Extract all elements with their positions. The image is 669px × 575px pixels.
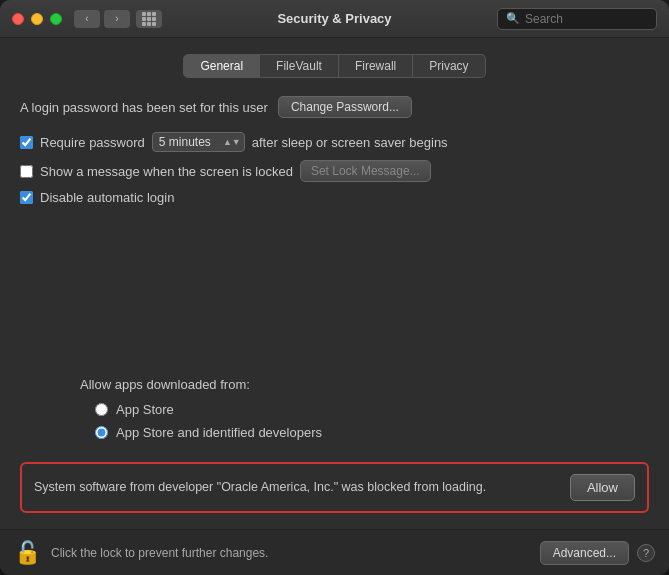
change-password-button[interactable]: Change Password... (278, 96, 412, 118)
require-password-checkbox[interactable] (20, 136, 33, 149)
main-content: General FileVault Firewall Privacy A log… (0, 38, 669, 529)
login-password-text: A login password has been set for this u… (20, 100, 268, 115)
tab-privacy[interactable]: Privacy (413, 54, 485, 78)
close-button[interactable] (12, 13, 24, 25)
show-message-label: Show a message when the screen is locked (40, 164, 293, 179)
alert-box: System software from developer "Oracle A… (20, 462, 649, 513)
help-button[interactable]: ? (637, 544, 655, 562)
search-input[interactable] (525, 12, 648, 26)
radio-app-store-and-identified-label: App Store and identified developers (116, 425, 322, 440)
allow-apps-label: Allow apps downloaded from: (80, 377, 649, 392)
tab-filevault[interactable]: FileVault (260, 54, 339, 78)
bottom-bar: 🔓 Click the lock to prevent further chan… (0, 529, 669, 575)
lock-label: Click the lock to prevent further change… (51, 546, 268, 560)
minimize-button[interactable] (31, 13, 43, 25)
disable-auto-login-checkbox[interactable] (20, 191, 33, 204)
duration-select-wrapper: immediately 5 seconds 1 minute 5 minutes… (152, 132, 245, 152)
window: ‹ › Security & Privacy 🔍 General FileVau… (0, 0, 669, 575)
lock-icon: 🔓 (14, 540, 41, 566)
titlebar: ‹ › Security & Privacy 🔍 (0, 0, 669, 38)
divider (20, 213, 649, 369)
maximize-button[interactable] (50, 13, 62, 25)
radio-app-store-row: App Store (95, 402, 649, 417)
nav-buttons: ‹ › (74, 10, 130, 28)
traffic-lights (12, 13, 62, 25)
disable-auto-login-label: Disable automatic login (40, 190, 174, 205)
radio-app-store-identified-row: App Store and identified developers (95, 425, 649, 440)
require-password-label: Require password (40, 135, 145, 150)
back-button[interactable]: ‹ (74, 10, 100, 28)
radio-app-store-label: App Store (116, 402, 174, 417)
set-lock-message-button[interactable]: Set Lock Message... (300, 160, 431, 182)
tab-general[interactable]: General (183, 54, 260, 78)
duration-select[interactable]: immediately 5 seconds 1 minute 5 minutes… (152, 132, 245, 152)
grid-icon (142, 12, 156, 26)
forward-button[interactable]: › (104, 10, 130, 28)
show-message-row: Show a message when the screen is locked… (20, 160, 649, 182)
allow-button[interactable]: Allow (570, 474, 635, 501)
search-icon: 🔍 (506, 12, 520, 25)
radio-app-store[interactable] (95, 403, 108, 416)
lock-area[interactable]: 🔓 Click the lock to prevent further chan… (14, 540, 268, 566)
alert-text: System software from developer "Oracle A… (34, 479, 558, 497)
login-section: A login password has been set for this u… (20, 96, 649, 118)
show-message-checkbox[interactable] (20, 165, 33, 178)
tabs-bar: General FileVault Firewall Privacy (20, 54, 649, 78)
search-box[interactable]: 🔍 (497, 8, 657, 30)
grid-button[interactable] (136, 10, 162, 28)
settings-area: A login password has been set for this u… (20, 96, 649, 513)
tab-firewall[interactable]: Firewall (339, 54, 413, 78)
advanced-button[interactable]: Advanced... (540, 541, 629, 565)
require-password-suffix: after sleep or screen saver begins (252, 135, 448, 150)
radio-app-store-and-identified[interactable] (95, 426, 108, 439)
download-section: Allow apps downloaded from: App Store Ap… (20, 377, 649, 448)
disable-auto-login-row: Disable automatic login (20, 190, 649, 205)
require-password-row: Require password immediately 5 seconds 1… (20, 132, 649, 152)
window-title: Security & Privacy (277, 11, 391, 26)
